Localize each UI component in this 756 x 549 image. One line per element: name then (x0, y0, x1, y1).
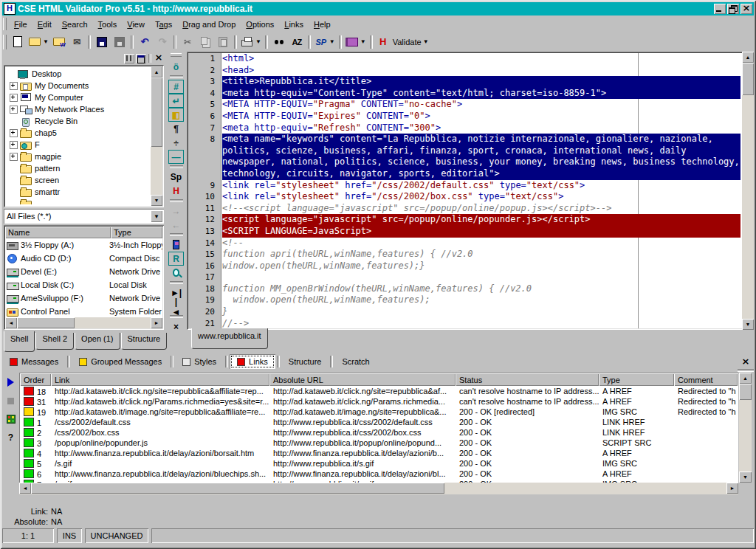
side-toolbar-grip[interactable] (171, 53, 182, 57)
menu-item-help[interactable]: Help (309, 18, 336, 30)
tree-item-screen[interactable]: screen (7, 174, 149, 186)
results-tab-grouped-messages[interactable]: Grouped Messages (72, 354, 169, 369)
results-tab-styles[interactable]: Styles (175, 354, 224, 369)
tree-item-my-network-places[interactable]: My Network Places (7, 103, 149, 115)
tree-expand-icon[interactable] (10, 141, 18, 149)
copy-button[interactable] (196, 34, 214, 50)
grid-view-icon[interactable] (4, 413, 18, 425)
file-list-header-name[interactable]: Name (5, 227, 111, 238)
menu-item-tags[interactable]: Tags (150, 18, 177, 30)
next-message-button[interactable]: → (168, 204, 184, 218)
column-header-status[interactable]: Status (456, 373, 599, 386)
file-row-audio-cd-d[interactable]: Audio CD (D:)Compact Disc (5, 252, 162, 265)
redo-button[interactable]: ↷ (154, 34, 171, 50)
tree-expand-icon[interactable] (10, 153, 18, 161)
tab-open-1[interactable]: Open (1) (75, 333, 120, 350)
wrap-button[interactable]: ↵ (168, 94, 184, 108)
save-all-button[interactable] (111, 34, 128, 50)
column-header-comment[interactable]: Comment (674, 373, 738, 386)
editor-scroll-down-icon[interactable]: ▼ (742, 319, 754, 330)
column-header-absolute-url[interactable]: Absolute URL (269, 373, 456, 386)
code-text[interactable]: <meta http-equiv="Content-Type" content=… (222, 88, 740, 100)
editor-scrollbar[interactable]: ▲ ▼ (742, 52, 754, 330)
document-tab[interactable]: www.repubblica.it (191, 328, 268, 349)
tree-scroll-up-icon[interactable]: ▲ (151, 66, 162, 77)
folder-tree[interactable]: DesktopMy DocumentsMy ComputerMy Network… (4, 65, 164, 207)
links-hscroll-thumb[interactable] (31, 483, 444, 494)
mail-button[interactable]: ✉ (68, 34, 86, 50)
menu-item-options[interactable]: Options (241, 18, 279, 30)
links-scroll-thumb[interactable] (739, 384, 752, 400)
editor-scroll-up-icon[interactable]: ▲ (742, 52, 754, 63)
tree-item-recycle-bin[interactable]: Recycle Bin (7, 115, 149, 127)
tree-scroll-thumb[interactable] (151, 77, 162, 147)
table-row[interactable]: 4http://www.finanza.repubblica.it/delay/… (20, 448, 738, 458)
tree-item-item[interactable] (7, 198, 149, 204)
find-button[interactable] (270, 34, 288, 50)
find-in-page-button[interactable] (168, 266, 184, 280)
spellcheck-button[interactable]: Sp (168, 170, 184, 184)
tree-scrollbar[interactable]: ▲ ▼ (151, 66, 162, 206)
table-row[interactable]: 18http://ad.kataweb.it/click.ng/site=rep… (20, 386, 738, 396)
file-row-amesviluppo-f[interactable]: AmeSviluppo (F:)Network Drive (5, 291, 162, 305)
tree-item-f[interactable]: F (7, 139, 149, 151)
sort-button[interactable]: AZ (288, 34, 306, 50)
reference-button[interactable]: ▼ (344, 34, 368, 50)
file-list-hscrollbar[interactable]: ◄ ► (5, 317, 162, 328)
file-row-control-panel[interactable]: Control PanelSystem Folder (5, 305, 162, 318)
file-list-scroll-thumb[interactable] (17, 317, 75, 328)
close-pane-button[interactable]: × (168, 320, 184, 334)
code-text[interactable]: <!-- (222, 238, 740, 249)
run-check-icon[interactable] (4, 376, 18, 388)
table-row[interactable]: 19http://ad.kataweb.it/image.ng/site=rep… (20, 407, 738, 417)
links-scroll-left-icon[interactable]: ◄ (19, 483, 31, 494)
pilcrow-button[interactable]: ¶ (168, 122, 184, 136)
combo-dropdown-icon[interactable]: ▼ (151, 210, 162, 222)
menu-item-search[interactable]: Search (57, 18, 93, 30)
file-row-local-disk-c[interactable]: Local Disk (C:)Local Disk (5, 278, 162, 291)
tree-item-smarttr[interactable]: smarttr (7, 186, 149, 198)
tab-shell-2[interactable]: Shell 2 (35, 333, 74, 350)
file-row-3-floppy-a[interactable]: 3½ Floppy (A:)3½-Inch Floppy (5, 238, 162, 252)
save-button[interactable] (93, 34, 111, 50)
menu-item-file[interactable]: File (9, 18, 32, 30)
tree-expand-icon[interactable] (10, 106, 18, 114)
tree-item-my-documents[interactable]: My Documents (7, 80, 149, 92)
code-text[interactable]: function MM_openBrWindow(theURL,winName,… (222, 283, 740, 295)
paste-button[interactable] (214, 34, 232, 50)
restore-button[interactable] (727, 4, 739, 14)
links-table-hscrollbar[interactable]: ◄ ► (19, 483, 738, 494)
repeat-button[interactable]: R (168, 252, 184, 266)
stop-icon[interactable] (4, 395, 18, 407)
tree-expand-icon[interactable] (10, 94, 18, 102)
code-editor[interactable]: 1<html>2<head>3<title>Repubblica.it</tit… (187, 52, 754, 330)
tree-item-chap5[interactable]: chap5 (7, 127, 149, 139)
table-row[interactable]: 1/css/2002/default.csshttp://www.repubbl… (20, 417, 738, 427)
tree-expand-icon[interactable] (10, 82, 18, 90)
tab-structure[interactable]: Structure (121, 333, 168, 350)
table-row[interactable]: 2/css/2002/box.csshttp://www.repubblica.… (20, 427, 738, 438)
links-scroll-down-icon[interactable]: ▼ (739, 472, 752, 483)
code-text[interactable]: <SCRIPT LANGUAGE=JavaScript> (222, 226, 740, 238)
code-text[interactable]: } (222, 306, 740, 318)
tree-item-pattern[interactable]: pattern (7, 162, 149, 174)
code-text[interactable]: <!--<script language="javascript" src=/p… (222, 203, 740, 215)
code-text[interactable]: <META HTTP-EQUIV="Pragma" CONTENT="no-ca… (222, 99, 740, 111)
horizontal-rule-button[interactable]: — (168, 150, 184, 164)
undo-button[interactable]: ↶ (136, 34, 154, 50)
results-tab-structure[interactable]: Structure (281, 354, 329, 369)
file-filter-combo[interactable]: All Files (*.*) ▼ (4, 209, 164, 224)
table-row[interactable]: 3/popup/online/popunder.jshttp://www.rep… (20, 438, 738, 448)
toolbar-grip[interactable] (3, 35, 7, 49)
panel-close-icon[interactable] (154, 54, 164, 63)
open-web-button[interactable] (50, 34, 68, 50)
dropdown-arrow-icon[interactable]: ▼ (329, 38, 335, 45)
prev-message-button[interactable]: ← (168, 218, 184, 232)
links-table-vscrollbar[interactable]: ▲ ▼ (739, 373, 752, 483)
column-header-order[interactable]: Order (20, 373, 51, 386)
line-spacing-button[interactable]: ÷ (168, 136, 184, 150)
file-list-header-type[interactable]: Type (111, 227, 162, 238)
validate-h-button[interactable]: H (168, 184, 184, 198)
code-text[interactable]: <script language="javascript" src=/popup… (222, 214, 740, 226)
code-text[interactable]: <title>Repubblica.it</title> (222, 76, 740, 88)
